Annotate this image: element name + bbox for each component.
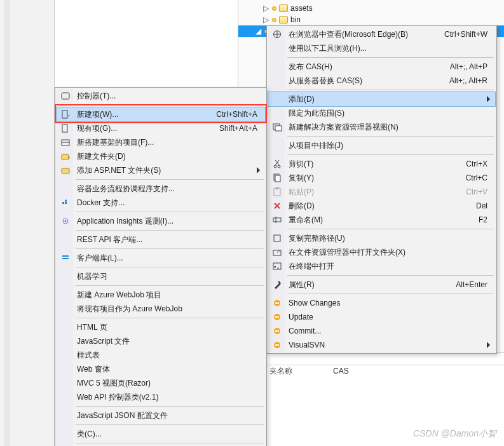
add-item[interactable]: 将现有项目作为 Azure WebJob (57, 302, 265, 316)
delete-icon (272, 201, 282, 211)
ctx-item[interactable]: 在终端中打开 (268, 259, 495, 273)
menu-item-label: 类(C)... (77, 429, 102, 440)
svg-rect-9 (273, 218, 281, 222)
expander-icon[interactable]: ▷ (262, 17, 269, 24)
add-item[interactable]: 现有项(G)...Shift+Alt+A (57, 121, 265, 135)
add-item[interactable]: 容器业务流程协调程序支持... (57, 182, 265, 196)
add-item[interactable]: Web 窗体 (57, 362, 265, 376)
svn-icon (272, 326, 282, 336)
ctx-item[interactable]: 复制完整路径(U) (268, 231, 495, 245)
ctx-item[interactable]: 复制(Y)Ctrl+C (268, 171, 495, 185)
ctx-item[interactable]: 限定为此范围(S) (268, 106, 495, 120)
open-folder-icon (272, 247, 282, 257)
add-item[interactable]: Web API 控制器类(v2.1) (57, 390, 265, 404)
menu-item-label: JavaScript 文件 (77, 336, 130, 347)
menu-item-label: 重命名(M) (289, 215, 323, 226)
menu-item-label: 新建解决方案资源管理器视图(N) (289, 122, 398, 133)
svg-rect-20 (62, 125, 67, 132)
menu-separator (76, 230, 264, 231)
add-item[interactable]: 机器学习 (57, 269, 265, 283)
property-row[interactable]: 夹名称 CAS (238, 365, 504, 377)
ctx-item[interactable]: 在浏览器中查看(Microsoft Edge)(B)Ctrl+Shift+W (268, 27, 495, 41)
add-item[interactable]: Docker 支持... (57, 196, 265, 210)
ctx-item[interactable]: 在文件资源管理器中打开文件夹(X) (268, 245, 495, 259)
ctx-item[interactable]: 从服务器替换 CAS(S)Alt+;, Alt+R (268, 74, 495, 88)
menu-item-label: JavaScript JSON 配置文件 (77, 410, 168, 421)
svg-point-29 (65, 220, 67, 222)
blank-icon (272, 94, 282, 104)
paste-icon (272, 187, 282, 197)
add-item[interactable]: 新建 Azure WebJob 项目 (57, 288, 265, 302)
ctx-item[interactable]: 新建解决方案资源管理器视图(N) (268, 120, 495, 134)
context-menu-add: 控制器(T)...新建项(W)...Ctrl+Shift+A现有项(G)...S… (55, 87, 267, 446)
status-dot-icon (272, 18, 276, 22)
cut-icon (272, 159, 282, 169)
menu-separator (287, 275, 494, 276)
menu-item-label: 客户端库(L)... (77, 253, 123, 264)
add-item[interactable]: JavaScript JSON 配置文件 (57, 409, 265, 422)
tree-label: bin (290, 15, 301, 24)
add-item[interactable]: 新搭建基架的项目(F)... (57, 135, 265, 149)
add-item[interactable]: 新建项(W)...Ctrl+Shift+A (57, 107, 265, 121)
property-value: CAS (333, 367, 504, 375)
ctx-item[interactable]: 从项目中排除(J) (268, 139, 495, 152)
menu-separator (76, 179, 264, 180)
add-item[interactable]: 新建文件夹(D) (57, 149, 265, 163)
ctx-item[interactable]: 添加(D) (268, 92, 495, 106)
ctx-item[interactable]: 重命名(M)F2 (268, 213, 495, 227)
menu-item-label: 添加 ASP.NET 文件夹(S) (77, 165, 161, 176)
blank-icon (60, 336, 71, 346)
wrench-icon (272, 280, 282, 290)
menu-shortcut: Ctrl+X (466, 159, 487, 168)
add-item[interactable]: HTML 页 (57, 320, 265, 334)
add-item[interactable]: 客户端库(L)... (57, 251, 265, 265)
menu-separator (287, 294, 494, 294)
ctx-item[interactable]: 发布 CAS(H)Alt+;, Alt+P (268, 60, 495, 74)
add-item[interactable]: Application Insights 遥测(I)... (57, 214, 265, 228)
menu-item-label: HTML 页 (77, 322, 107, 333)
svn-icon (272, 298, 282, 308)
blank-icon (60, 364, 71, 374)
menu-item-label: VisualSVN (289, 341, 325, 349)
add-item[interactable]: 类(C)... (57, 427, 265, 441)
properties-toolbar: ▾ (238, 353, 504, 365)
ctx-item[interactable]: Show Changes (268, 296, 495, 310)
tree-item-bin[interactable]: ▷ bin (254, 14, 504, 25)
menu-item-label: 从项目中排除(J) (289, 140, 343, 151)
svg-rect-23 (62, 154, 69, 159)
menu-separator (76, 443, 264, 443)
expander-icon[interactable]: ◢ (255, 28, 262, 35)
ctx-item[interactable]: Update (268, 310, 495, 324)
menu-shortcut: Ctrl+C (466, 173, 487, 182)
blank-icon (272, 62, 282, 72)
add-item[interactable]: MVC 5 视图页(Razor) (57, 376, 265, 390)
expander-icon[interactable]: ▷ (262, 5, 269, 12)
controller-icon (60, 91, 71, 101)
svg-rect-18 (62, 93, 69, 99)
add-item[interactable]: JavaScript 文件 (57, 334, 265, 348)
folder-icon (279, 16, 288, 24)
ctx-item[interactable]: Commit... (268, 324, 495, 338)
svg-rect-2 (275, 126, 282, 131)
ctx-item[interactable]: 剪切(T)Ctrl+X (268, 157, 495, 171)
menu-shortcut: Alt+Enter (456, 280, 487, 289)
menu-item-label: 新搭建基架的项目(F)... (77, 137, 154, 148)
ctx-item[interactable]: VisualSVN (268, 338, 495, 352)
scaffold-icon (60, 137, 71, 147)
add-item[interactable]: 样式表 (57, 348, 265, 362)
ctx-item[interactable]: 使用以下工具浏览(H)... (268, 41, 495, 55)
submenu-arrow-icon (257, 167, 260, 173)
menu-separator (76, 285, 264, 286)
aspnet-folder-icon (60, 165, 71, 175)
menu-separator (287, 229, 494, 229)
add-item[interactable]: REST API 客户端... (57, 233, 265, 247)
add-item[interactable]: 控制器(T)... (57, 89, 265, 103)
menu-separator (287, 90, 494, 90)
ctx-item[interactable]: 属性(R)Alt+Enter (268, 278, 495, 292)
ctx-item[interactable]: 删除(D)Del (268, 199, 495, 213)
add-item[interactable]: 添加 ASP.NET 文件夹(S) (57, 163, 265, 177)
menu-item-label: 发布 CAS(H) (289, 62, 332, 72)
svn-icon (272, 312, 282, 322)
tree-item-assets[interactable]: ▷ assets (254, 3, 504, 14)
menu-item-label: 剪切(T) (289, 159, 313, 170)
